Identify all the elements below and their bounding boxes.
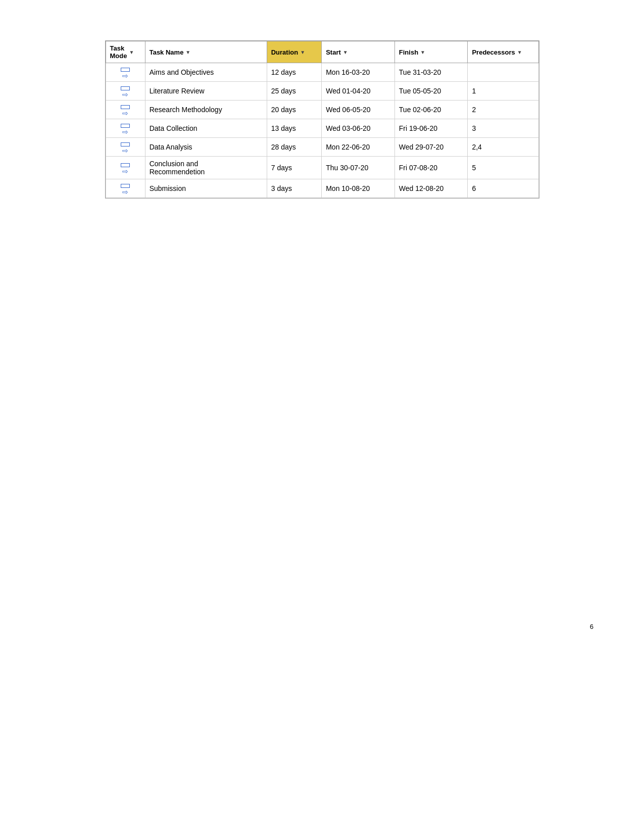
task-mode-bar — [121, 163, 130, 167]
start-cell: Mon 10-08-20 — [322, 179, 395, 198]
task-name-cell: Conclusion andRecommendetion — [145, 157, 267, 179]
start-cell: Mon 16-03-20 — [322, 63, 395, 82]
finish-cell: Tue 31-03-20 — [394, 63, 468, 82]
task-name-cell: Submission — [145, 179, 267, 198]
finish-cell: Fri 07-08-20 — [394, 157, 468, 179]
table-header-row: Task Mode ▼ Task Name ▼ Duration ▼ — [106, 41, 538, 63]
start-cell: Wed 06-05-20 — [322, 101, 395, 119]
finish-cell: Wed 12-08-20 — [394, 179, 468, 198]
duration-cell: 28 days — [267, 138, 321, 157]
duration-cell: 3 days — [267, 179, 321, 198]
task-mode-bar — [121, 68, 130, 72]
task-mode-arrow: ⇨ — [122, 188, 128, 195]
start-cell: Wed 01-04-20 — [322, 82, 395, 101]
finish-cell: Tue 05-05-20 — [394, 82, 468, 101]
table-row: ⇨ Data Collection13 daysWed 03-06-20Fri … — [106, 119, 538, 138]
sort-icon-predecessors: ▼ — [517, 50, 522, 55]
task-name-cell: Literature Review — [145, 82, 267, 101]
task-mode-cell: ⇨ — [106, 179, 145, 198]
task-mode-arrow: ⇨ — [122, 168, 128, 175]
page-content: Task Mode ▼ Task Name ▼ Duration ▼ — [0, 0, 644, 691]
task-mode-cell: ⇨ — [106, 63, 145, 82]
start-cell: Thu 30-07-20 — [322, 157, 395, 179]
predecessors-cell: 3 — [468, 119, 538, 138]
task-name-cell: Aims and Objectives — [145, 63, 267, 82]
task-mode-bar — [121, 105, 130, 109]
start-cell: Wed 03-06-20 — [322, 119, 395, 138]
sort-icon-task-name: ▼ — [185, 50, 190, 55]
task-mode-bar — [121, 142, 130, 146]
col-label-predecessors: Predecessors — [472, 48, 515, 56]
task-mode-icon: ⇨ — [121, 68, 130, 79]
predecessors-cell: 1 — [468, 82, 538, 101]
table-row: ⇨ Data Analysis28 daysMon 22-06-20Wed 29… — [106, 138, 538, 157]
duration-cell: 12 days — [267, 63, 321, 82]
task-mode-icon: ⇨ — [121, 124, 130, 135]
col-header-finish[interactable]: Finish ▼ — [394, 41, 468, 63]
task-mode-cell: ⇨ — [106, 157, 145, 179]
col-header-task-mode[interactable]: Task Mode ▼ — [106, 41, 145, 63]
task-mode-icon: ⇨ — [121, 105, 130, 117]
sort-icon-task-mode: ▼ — [129, 50, 134, 55]
task-table-container: Task Mode ▼ Task Name ▼ Duration ▼ — [105, 40, 539, 199]
sort-icon-finish: ▼ — [420, 50, 425, 55]
col-label-task-name: Task Name — [150, 48, 184, 56]
task-mode-bar — [121, 86, 130, 90]
task-mode-cell: ⇨ — [106, 82, 145, 101]
col-label-duration: Duration — [271, 48, 298, 56]
table-row: ⇨ Aims and Objectives12 daysMon 16-03-20… — [106, 63, 538, 82]
task-mode-icon: ⇨ — [121, 142, 130, 154]
table-row: ⇨ Conclusion andRecommendetion7 daysThu … — [106, 157, 538, 179]
task-mode-icon: ⇨ — [121, 184, 130, 195]
col-header-start[interactable]: Start ▼ — [322, 41, 395, 63]
finish-cell: Fri 19-06-20 — [394, 119, 468, 138]
task-mode-cell: ⇨ — [106, 101, 145, 119]
predecessors-cell: 2,4 — [468, 138, 538, 157]
table-row: ⇨ Research Methodology20 daysWed 06-05-2… — [106, 101, 538, 119]
task-mode-arrow: ⇨ — [122, 110, 128, 117]
col-header-duration[interactable]: Duration ▼ — [267, 41, 321, 63]
finish-cell: Wed 29-07-20 — [394, 138, 468, 157]
sort-icon-start: ▼ — [343, 50, 348, 55]
task-mode-icon: ⇨ — [121, 86, 130, 98]
duration-cell: 7 days — [267, 157, 321, 179]
duration-cell: 20 days — [267, 101, 321, 119]
page-number: 6 — [590, 623, 593, 630]
predecessors-cell: 5 — [468, 157, 538, 179]
duration-cell: 25 days — [267, 82, 321, 101]
task-table: Task Mode ▼ Task Name ▼ Duration ▼ — [106, 41, 539, 198]
task-name-cell: Research Methodology — [145, 101, 267, 119]
col-label-task-mode: Task Mode — [110, 44, 127, 60]
col-header-task-name[interactable]: Task Name ▼ — [145, 41, 267, 63]
task-name-cell: Data Analysis — [145, 138, 267, 157]
task-mode-bar — [121, 124, 130, 128]
sort-icon-duration: ▼ — [300, 50, 305, 55]
task-mode-cell: ⇨ — [106, 119, 145, 138]
task-mode-arrow: ⇨ — [122, 128, 128, 135]
task-mode-bar — [121, 184, 130, 188]
predecessors-cell — [468, 63, 538, 82]
task-mode-arrow: ⇨ — [122, 91, 128, 98]
col-header-predecessors[interactable]: Predecessors ▼ — [468, 41, 538, 63]
col-label-start: Start — [326, 48, 341, 56]
task-mode-arrow: ⇨ — [122, 147, 128, 154]
table-row: ⇨ Literature Review25 daysWed 01-04-20Tu… — [106, 82, 538, 101]
predecessors-cell: 6 — [468, 179, 538, 198]
duration-cell: 13 days — [267, 119, 321, 138]
col-label-finish: Finish — [399, 48, 418, 56]
task-name-cell: Data Collection — [145, 119, 267, 138]
predecessors-cell: 2 — [468, 101, 538, 119]
table-row: ⇨ Submission3 daysMon 10-08-20Wed 12-08-… — [106, 179, 538, 198]
task-mode-icon: ⇨ — [121, 163, 130, 175]
start-cell: Mon 22-06-20 — [322, 138, 395, 157]
task-mode-arrow: ⇨ — [122, 72, 128, 79]
task-mode-cell: ⇨ — [106, 138, 145, 157]
finish-cell: Tue 02-06-20 — [394, 101, 468, 119]
